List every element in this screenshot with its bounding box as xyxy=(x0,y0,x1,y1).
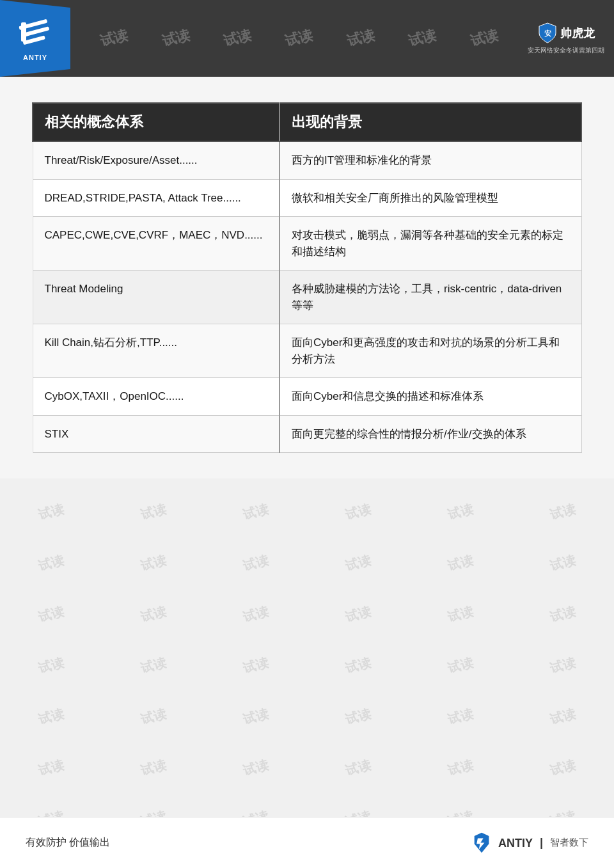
header-right-logo: 安 帅虎龙 安天网络安全冬训营第四期 xyxy=(528,13,604,64)
cell-right-7: 面向更完整的综合性的情报分析/作业/交换的体系 xyxy=(279,415,581,453)
cell-right-2: 微软和相关安全厂商所推出的风险管理模型 xyxy=(279,179,581,217)
brand-name-text: 帅虎龙 xyxy=(560,26,595,41)
cell-left-4: Threat Modeling xyxy=(33,271,279,324)
logo-block: ANTIY xyxy=(0,0,70,77)
concept-table: 相关的概念体系 出现的背景 Threat/Risk/Exposure/Asset… xyxy=(32,102,582,453)
col-right-header: 出现的背景 xyxy=(279,103,581,141)
cell-right-1: 西方的IT管理和标准化的背景 xyxy=(279,141,581,179)
footer-tagline: 智者数下 xyxy=(550,837,588,849)
header-wm-7: 试读 xyxy=(468,26,500,51)
cell-left-1: Threat/Risk/Exposure/Asset...... xyxy=(33,141,279,179)
cell-right-6: 面向Cyber和信息交换的描述和标准体系 xyxy=(279,378,581,416)
col-left-header: 相关的概念体系 xyxy=(33,103,279,141)
cell-right-5: 面向Cyber和更高强度的攻击和对抗的场景的分析工具和分析方法 xyxy=(279,324,581,378)
header-wm-5: 试读 xyxy=(345,26,377,51)
cell-left-6: CybOX,TAXII，OpenIOC...... xyxy=(33,378,279,416)
footer-brand-name: ANTIY xyxy=(498,835,533,850)
brand-shield-icon: 安 xyxy=(538,22,557,44)
cell-left-3: CAPEC,CWE,CVE,CVRF，MAEC，NVD...... xyxy=(33,217,279,271)
table-row: CAPEC,CWE,CVE,CVRF，MAEC，NVD...... 对攻击模式，… xyxy=(33,217,581,271)
header-wm-6: 试读 xyxy=(406,26,438,51)
logo-stripes-icon xyxy=(18,16,53,51)
footer-logo: ANTIY | 智者数下 xyxy=(471,832,588,854)
table-row: CybOX,TAXII，OpenIOC...... 面向Cyber和信息交换的描… xyxy=(33,378,581,416)
cell-left-2: DREAD,STRIDE,PASTA, Attack Tree...... xyxy=(33,179,279,217)
header-wm-4: 试读 xyxy=(283,26,315,51)
cell-left-7: STIX xyxy=(33,415,279,453)
table-row: Threat/Risk/Exposure/Asset...... 西方的IT管理… xyxy=(33,141,581,179)
header-wm-1: 试读 xyxy=(98,26,130,51)
table-row-threat-modeling: Threat Modeling 各种威胁建模的方法论，工具，risk-centr… xyxy=(33,271,581,324)
table-row: STIX 面向更完整的综合性的情报分析/作业/交换的体系 xyxy=(33,415,581,453)
header: ANTIY 试读 试读 试读 试读 试读 试读 试读 安 帅虎龙 安天网络安全冬… xyxy=(0,0,614,77)
table-row: DREAD,STRIDE,PASTA, Attack Tree...... 微软… xyxy=(33,179,581,217)
table-row: Kill Chain,钻石分析,TTP...... 面向Cyber和更高强度的攻… xyxy=(33,324,581,378)
cell-right-4: 各种威胁建模的方法论，工具，risk-centric，data-driven等等 xyxy=(279,271,581,324)
svg-text:安: 安 xyxy=(543,29,551,37)
cell-right-3: 对攻击模式，脆弱点，漏洞等各种基础的安全元素的标定和描述结构 xyxy=(279,217,581,271)
footer-shield-icon xyxy=(471,832,493,854)
svg-rect-3 xyxy=(21,22,26,42)
header-wm-2: 试读 xyxy=(159,26,191,51)
footer-right: ANTIY | 智者数下 xyxy=(471,832,588,854)
header-wm-3: 试读 xyxy=(221,26,253,51)
logo-text: ANTIY xyxy=(23,54,47,61)
footer: 有效防护 价值输出 ANTIY | 智者数下 xyxy=(0,817,614,868)
footer-left-text: 有效防护 价值输出 xyxy=(26,836,110,849)
main-content: 相关的概念体系 出现的背景 Threat/Risk/Exposure/Asset… xyxy=(0,77,614,478)
header-watermarks: 试读 试读 试读 试读 试读 试读 试读 xyxy=(70,29,528,48)
cell-left-5: Kill Chain,钻石分析,TTP...... xyxy=(33,324,279,378)
brand-subtitle-text: 安天网络安全冬训营第四期 xyxy=(528,46,604,55)
